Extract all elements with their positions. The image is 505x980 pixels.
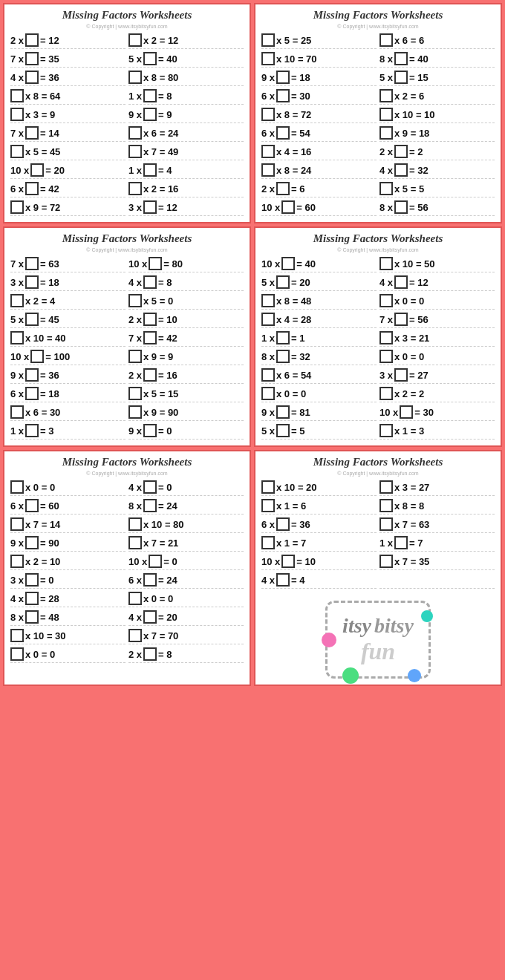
answer-box[interactable]	[143, 610, 157, 624]
answer-box[interactable]	[143, 573, 157, 587]
answer-box[interactable]	[128, 33, 142, 47]
answer-box[interactable]	[276, 405, 290, 419]
answer-box[interactable]	[128, 182, 142, 195]
answer-box[interactable]	[394, 313, 408, 326]
answer-box[interactable]	[281, 555, 295, 568]
answer-box[interactable]	[10, 480, 24, 494]
answer-box[interactable]	[143, 368, 157, 382]
answer-box[interactable]	[379, 126, 393, 140]
answer-box[interactable]	[379, 424, 393, 437]
answer-box[interactable]	[379, 555, 393, 568]
answer-box[interactable]	[10, 108, 24, 121]
answer-box[interactable]	[394, 71, 408, 84]
answer-box[interactable]	[261, 108, 275, 121]
answer-box[interactable]	[143, 108, 157, 121]
answer-box[interactable]	[25, 313, 39, 326]
answer-box[interactable]	[261, 480, 275, 494]
answer-box[interactable]	[276, 275, 290, 289]
answer-box[interactable]	[261, 387, 275, 400]
answer-box[interactable]	[143, 480, 157, 494]
answer-box[interactable]	[30, 163, 44, 177]
answer-box[interactable]	[379, 387, 393, 400]
answer-box[interactable]	[276, 350, 290, 363]
answer-box[interactable]	[276, 89, 290, 102]
answer-box[interactable]	[25, 387, 39, 400]
answer-box[interactable]	[394, 536, 408, 549]
answer-box[interactable]	[143, 52, 157, 65]
answer-box[interactable]	[128, 71, 142, 84]
answer-box[interactable]	[261, 499, 275, 512]
answer-box[interactable]	[394, 275, 408, 289]
answer-box[interactable]	[394, 200, 408, 214]
answer-box[interactable]	[30, 350, 44, 363]
answer-box[interactable]	[143, 163, 157, 177]
answer-box[interactable]	[128, 294, 142, 307]
answer-box[interactable]	[379, 33, 393, 47]
answer-box[interactable]	[25, 257, 39, 270]
answer-box[interactable]	[25, 71, 39, 84]
answer-box[interactable]	[128, 536, 142, 549]
answer-box[interactable]	[379, 350, 393, 363]
answer-box[interactable]	[10, 294, 24, 307]
answer-box[interactable]	[25, 182, 39, 195]
answer-box[interactable]	[276, 517, 290, 531]
answer-box[interactable]	[25, 33, 39, 47]
answer-box[interactable]	[128, 629, 142, 642]
answer-box[interactable]	[10, 145, 24, 158]
answer-box[interactable]	[276, 71, 290, 84]
answer-box[interactable]	[149, 257, 162, 270]
answer-box[interactable]	[25, 126, 39, 140]
answer-box[interactable]	[25, 610, 39, 624]
answer-box[interactable]	[261, 313, 275, 326]
answer-box[interactable]	[281, 257, 295, 270]
answer-box[interactable]	[379, 108, 393, 121]
answer-box[interactable]	[379, 331, 393, 344]
answer-box[interactable]	[379, 499, 393, 512]
answer-box[interactable]	[25, 275, 39, 289]
answer-box[interactable]	[149, 555, 162, 568]
answer-box[interactable]	[394, 52, 408, 65]
answer-box[interactable]	[261, 52, 275, 65]
answer-box[interactable]	[394, 145, 408, 158]
answer-box[interactable]	[25, 499, 39, 512]
answer-box[interactable]	[10, 647, 24, 661]
answer-box[interactable]	[10, 331, 24, 344]
answer-box[interactable]	[261, 145, 275, 158]
answer-box[interactable]	[143, 424, 157, 437]
answer-box[interactable]	[261, 163, 275, 177]
answer-box[interactable]	[143, 331, 157, 344]
answer-box[interactable]	[394, 163, 408, 177]
answer-box[interactable]	[379, 89, 393, 102]
answer-box[interactable]	[379, 182, 393, 195]
answer-box[interactable]	[281, 200, 295, 214]
answer-box[interactable]	[143, 200, 157, 214]
answer-box[interactable]	[10, 405, 24, 419]
answer-box[interactable]	[379, 517, 393, 531]
answer-box[interactable]	[25, 52, 39, 65]
answer-box[interactable]	[25, 368, 39, 382]
answer-box[interactable]	[128, 126, 142, 140]
answer-box[interactable]	[143, 499, 157, 512]
answer-box[interactable]	[128, 592, 142, 605]
answer-box[interactable]	[261, 536, 275, 549]
answer-box[interactable]	[128, 517, 142, 531]
answer-box[interactable]	[276, 126, 290, 140]
answer-box[interactable]	[276, 424, 290, 437]
answer-box[interactable]	[10, 517, 24, 531]
answer-box[interactable]	[276, 182, 290, 195]
answer-box[interactable]	[261, 368, 275, 382]
answer-box[interactable]	[128, 145, 142, 158]
answer-box[interactable]	[10, 629, 24, 642]
answer-box[interactable]	[379, 480, 393, 494]
answer-box[interactable]	[261, 33, 275, 47]
answer-box[interactable]	[379, 294, 393, 307]
answer-box[interactable]	[276, 573, 290, 587]
answer-box[interactable]	[10, 89, 24, 102]
answer-box[interactable]	[25, 573, 39, 587]
answer-box[interactable]	[379, 257, 393, 270]
answer-box[interactable]	[261, 294, 275, 307]
answer-box[interactable]	[143, 647, 157, 661]
answer-box[interactable]	[143, 313, 157, 326]
answer-box[interactable]	[276, 331, 290, 344]
answer-box[interactable]	[128, 350, 142, 363]
